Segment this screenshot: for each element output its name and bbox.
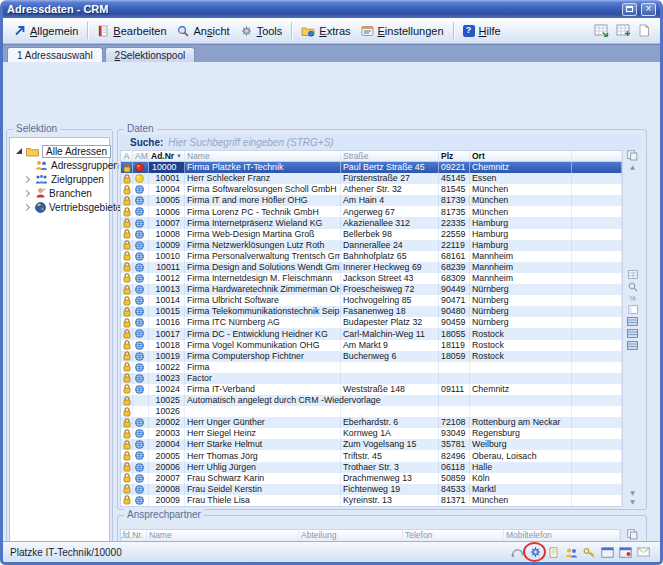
column-header-name[interactable]: Name bbox=[185, 151, 341, 161]
tab-2-selektionspool[interactable]: 2 Selektionspool bbox=[105, 47, 196, 62]
menu-item-einstellungen[interactable]: Einstellungen bbox=[356, 22, 449, 40]
contacts-column-header-mobiltelefon[interactable]: Mobiltelefon bbox=[504, 530, 620, 541]
contacts-column-header-telefon[interactable]: Telefon bbox=[403, 530, 504, 541]
address-row-10004[interactable]: 10004Firma Softwarelösungen Scholl GmbHA… bbox=[121, 184, 622, 195]
column-header-ort[interactable]: Ort bbox=[470, 151, 572, 161]
cell-strasse: Buchenweg 6 bbox=[341, 351, 439, 362]
users-icon[interactable] bbox=[564, 545, 578, 559]
address-row-10014[interactable]: 10014Firma Ulbricht SoftwareHochvogelrin… bbox=[121, 295, 622, 306]
tree-item-alle-adressen[interactable]: Alle Adressen bbox=[10, 144, 109, 158]
tree-collapse-arrow[interactable] bbox=[23, 177, 32, 182]
address-row-10008[interactable]: 10008Firma Web-Design Martina GroßBeller… bbox=[121, 229, 622, 240]
address-row-20009[interactable]: 20009Frau Thiele LisaKyreinstr. 1381371M… bbox=[121, 495, 622, 506]
cell-plz: 81371 bbox=[439, 495, 470, 506]
address-row-10001[interactable]: 10001Herr Schlecker FranzFürstenstraße 2… bbox=[121, 173, 622, 184]
address-row-20008[interactable]: 20008Frau Seidel KerstinFichtenweg 19845… bbox=[121, 484, 622, 495]
cell-name: Herr Siegel Heinz bbox=[185, 428, 341, 439]
menu-item-bearbeiten[interactable]: Bearbeiten bbox=[92, 22, 171, 40]
menu-item-hilfe[interactable]: ?Hilfe bbox=[458, 22, 506, 40]
address-row-10000[interactable]: 10000Firma Platzke IT-TechnikPaul Bertz … bbox=[121, 162, 622, 173]
cell-name: Firma Ulbricht Software bbox=[185, 295, 341, 306]
scroll-up-icon[interactable]: ▲ bbox=[630, 164, 635, 170]
address-row-10010[interactable]: 10010Firma Personalverwaltung Trentsch G… bbox=[121, 251, 622, 262]
column-header-label: Ad.Nr bbox=[151, 152, 174, 161]
address-row-10012[interactable]: 10012Firma Internetdesign M. Fleischmann… bbox=[121, 273, 622, 284]
table-blue-icon[interactable] bbox=[627, 329, 638, 338]
cell-filler bbox=[572, 240, 622, 251]
address-row-10013[interactable]: 10013Firma Hardwaretechnik Zimmerman OHG… bbox=[121, 284, 622, 295]
menu-item-extras[interactable]: Extras bbox=[296, 22, 355, 40]
column-header-ad-nr[interactable]: Ad.Nr▼ bbox=[149, 151, 185, 161]
address-row-10015[interactable]: 10015Firma Telekommunikationstechnik Sei… bbox=[121, 306, 622, 317]
lock-icon bbox=[123, 251, 131, 261]
address-row-10022[interactable]: 10022Firma bbox=[121, 362, 622, 373]
copy-icon[interactable] bbox=[627, 529, 638, 540]
restore-button[interactable] bbox=[622, 3, 637, 16]
contacts-column-header-abteilung[interactable]: Abteilung bbox=[299, 530, 403, 541]
tree-expand-arrow[interactable] bbox=[14, 148, 23, 154]
new-document-icon[interactable] bbox=[638, 24, 650, 37]
note-icon[interactable] bbox=[546, 545, 560, 559]
menu-item-tools[interactable]: Tools bbox=[235, 22, 288, 40]
window-icon[interactable] bbox=[600, 545, 614, 559]
tree-collapse-arrow[interactable] bbox=[23, 191, 32, 196]
cell-plz bbox=[439, 362, 470, 373]
mini-search-icon[interactable] bbox=[628, 282, 638, 292]
address-row-10023[interactable]: 10023Factor bbox=[121, 373, 622, 384]
address-row-10009[interactable]: 10009Firma Netzwerklösungen Lutz RothDan… bbox=[121, 240, 622, 251]
address-row-10018[interactable]: 10018Firma Vogel Kommunikation OHGAm Mar… bbox=[121, 340, 622, 351]
sync-gear-icon[interactable] bbox=[528, 545, 542, 559]
column-header-plz[interactable]: Plz bbox=[439, 151, 470, 161]
menu-item-ansicht[interactable]: Ansicht bbox=[172, 22, 235, 40]
address-row-20002[interactable]: 20002Herr Unger GüntherEberhardstr. 6721… bbox=[121, 417, 622, 428]
address-row-10007[interactable]: 10007Firma Internetpräsenz Wieland KGAka… bbox=[121, 217, 622, 228]
lock-icon bbox=[123, 484, 131, 494]
cell-plz: 35781 bbox=[439, 439, 470, 450]
tree-item-branchen[interactable]: Branchen bbox=[10, 186, 109, 200]
column-header-a[interactable]: A bbox=[121, 151, 133, 161]
column-header-am[interactable]: AM bbox=[133, 151, 149, 161]
address-row-20007[interactable]: 20007Frau Schwarz KarinDrachmenweg 13508… bbox=[121, 473, 622, 484]
address-row-20004[interactable]: 20004Herr Starke HelmutZum Vogelsang 153… bbox=[121, 439, 622, 450]
address-row-10026[interactable]: 10026 bbox=[121, 406, 622, 417]
address-row-10006[interactable]: 10006Firma Lorenz PC - Technik GmbHAnger… bbox=[121, 206, 622, 217]
tree-item-adressgruppen[interactable]: Adressgruppen bbox=[10, 158, 109, 172]
address-row-20005[interactable]: 20005Herr Thomas JörgTriftstr. 4582496Ob… bbox=[121, 450, 622, 461]
contacts-column-header-name[interactable]: Name bbox=[147, 530, 299, 541]
menu-item-allgemein[interactable]: Allgemein bbox=[8, 22, 83, 40]
address-row-10024[interactable]: 10024Firma IT-VerbandWeststraße 14809111… bbox=[121, 384, 622, 395]
mini-layout-icon[interactable] bbox=[628, 305, 638, 314]
tree-item-zielgruppen[interactable]: Zielgruppen bbox=[10, 172, 109, 186]
table-blue-icon[interactable] bbox=[627, 341, 638, 350]
connect-icon[interactable] bbox=[510, 545, 524, 559]
address-row-10016[interactable]: 10016Firma ITC Nürnberg AGBudapester Pla… bbox=[121, 317, 622, 328]
address-row-10019[interactable]: 10019Firma Computershop FichtnerBuchenwe… bbox=[121, 351, 622, 362]
tree-item-vertriebsgebiete[interactable]: Vertriebsgebiete bbox=[10, 200, 109, 214]
tab-1-adressauswahl[interactable]: 1 Adressauswahl bbox=[7, 47, 103, 62]
address-row-20006[interactable]: 20006Herr Uhlig JürgenTrothaer Str. 3061… bbox=[121, 462, 622, 473]
column-header-stra-e[interactable]: Straße bbox=[341, 151, 439, 161]
address-row-10017[interactable]: 10017Firma DC - Entwicklung Heidner KGCa… bbox=[121, 328, 622, 339]
cell-am bbox=[133, 362, 149, 373]
mini-grid-icon[interactable] bbox=[628, 270, 638, 279]
table-add-icon[interactable] bbox=[616, 24, 631, 37]
cell-am bbox=[133, 229, 149, 240]
table-blue-icon[interactable] bbox=[627, 317, 638, 326]
scroll-down-icon[interactable]: ▼ bbox=[630, 490, 635, 496]
search-input[interactable] bbox=[168, 137, 636, 148]
table-export-icon[interactable] bbox=[594, 24, 609, 37]
tree-collapse-arrow[interactable] bbox=[23, 205, 32, 210]
copy-icon[interactable] bbox=[627, 150, 638, 161]
scroll-down-icon[interactable]: ▼ bbox=[630, 499, 635, 505]
address-row-10011[interactable]: 10011Firma Design and Solutions Wendt Gm… bbox=[121, 262, 622, 273]
mini-percent-icon[interactable]: % bbox=[629, 295, 635, 302]
address-row-10005[interactable]: 10005Firma IT and more Höfler OHGAm Hain… bbox=[121, 195, 622, 206]
address-row-20003[interactable]: 20003Herr Siegel HeinzKornweg 1A93049Reg… bbox=[121, 428, 622, 439]
key-icon[interactable] bbox=[582, 545, 596, 559]
close-button[interactable]: × bbox=[641, 3, 656, 16]
mail-icon[interactable] bbox=[636, 545, 650, 559]
contacts-column-header-lfd-nr[interactable]: Lfd.Nr. bbox=[121, 530, 147, 541]
window-alert-icon[interactable] bbox=[618, 545, 632, 559]
address-row-10025[interactable]: 10025Automatisch angelegt durch CRM -Wie… bbox=[121, 395, 622, 406]
cell-lock bbox=[121, 484, 133, 495]
